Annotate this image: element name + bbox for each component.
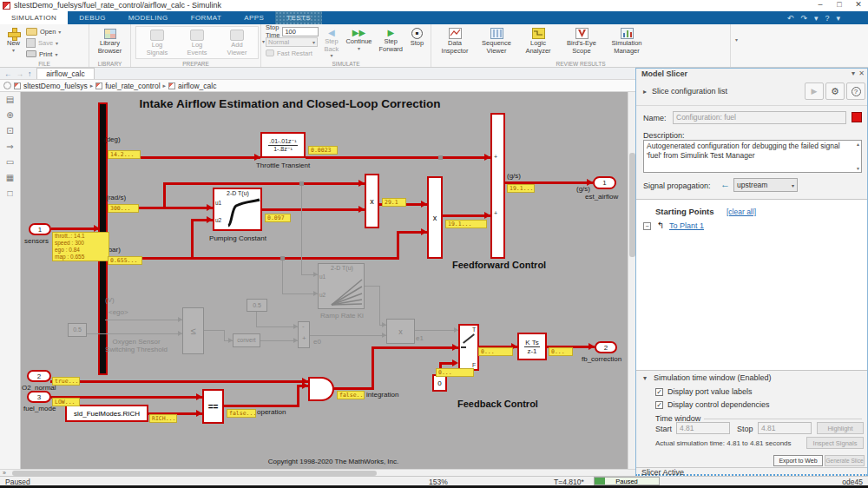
- log-signals-button[interactable]: Log Signals: [141, 28, 173, 57]
- configuration-name-input[interactable]: Configuration: fuel: [673, 111, 846, 124]
- tab-debug[interactable]: DEBUG: [68, 11, 116, 24]
- switch-block[interactable]: T F: [458, 324, 479, 371]
- stop-time-input[interactable]: 4.81: [758, 422, 812, 434]
- document-tab[interactable]: airflow_calc: [36, 68, 94, 79]
- help-button[interactable]: ?: [846, 82, 865, 100]
- highlight-button[interactable]: Highlight: [817, 422, 864, 434]
- relational-operator-block[interactable]: ≤: [182, 307, 204, 354]
- equality-block[interactable]: ==: [202, 389, 224, 424]
- scrollbar-thumb[interactable]: [629, 153, 635, 257]
- generate-slice-button[interactable]: Generate Slice: [825, 455, 865, 466]
- fit-view-icon[interactable]: ⊡: [6, 126, 13, 135]
- const-0.5-block[interactable]: 0.5: [247, 299, 267, 312]
- redo-icon[interactable]: ↷: [800, 14, 807, 23]
- zoom-icon[interactable]: ⊕: [6, 110, 13, 120]
- nav-back-icon[interactable]: ←: [4, 69, 12, 78]
- birds-eye-scope-button[interactable]: Bird's-Eye Scope: [561, 26, 602, 56]
- annotation-icon[interactable]: ▭: [6, 157, 14, 167]
- product1-block[interactable]: x: [365, 174, 379, 228]
- signal-routing-icon[interactable]: ⇒: [6, 142, 13, 151]
- scroll-down-icon[interactable]: ▼: [856, 166, 860, 171]
- description-textarea[interactable]: Autogenerated configuration for debuggin…: [643, 140, 862, 173]
- const-0-block[interactable]: 0: [432, 374, 447, 392]
- maximize-button[interactable]: □: [830, 0, 849, 9]
- convert-block[interactable]: convert: [233, 333, 260, 347]
- data-inspector-button[interactable]: Data Inspector: [436, 26, 474, 56]
- help-icon[interactable]: ?: [825, 14, 829, 23]
- save-button[interactable]: Save▾: [26, 37, 61, 48]
- close-button[interactable]: ✕: [849, 0, 868, 9]
- inspect-signals-button[interactable]: Inspect Signals: [806, 437, 864, 449]
- signal-propagation-dropdown[interactable]: upstream▾: [733, 178, 798, 192]
- display-port-values-checkbox[interactable]: ✓: [655, 388, 663, 396]
- step-forward-button[interactable]: ▶ Step Forward: [377, 26, 404, 54]
- breadcrumb-item-current[interactable]: airflow_calc: [178, 82, 216, 90]
- step-back-button[interactable]: ◀ Step Back▾: [322, 26, 340, 60]
- undo-icon[interactable]: ↶: [787, 14, 794, 23]
- slice-tool-button[interactable]: ▶: [805, 82, 824, 100]
- product2-block[interactable]: x: [427, 176, 443, 259]
- model-canvas[interactable]: Intake Airflow Estimation and Closed-Loo…: [21, 92, 628, 469]
- logic-analyzer-button[interactable]: Logic Analyzer: [519, 26, 557, 56]
- layout-dropdown-icon[interactable]: ▾: [814, 14, 819, 23]
- breadcrumb-item-mid[interactable]: fuel_rate_control: [105, 82, 160, 90]
- new-dropdown-caret[interactable]: ▾: [12, 48, 15, 54]
- open-button[interactable]: Open▾: [26, 26, 61, 36]
- minimize-button[interactable]: –: [811, 0, 830, 9]
- sequence-viewer-button[interactable]: Sequence Viewer: [477, 26, 516, 56]
- slice-configuration-list-label[interactable]: Slice configuration list: [652, 87, 727, 96]
- display-control-deps-checkbox[interactable]: ✓: [655, 401, 663, 409]
- continue-button[interactable]: ▶▶ Continue▾: [344, 26, 373, 53]
- const-0.5-threshold-block[interactable]: 0.5: [68, 323, 87, 337]
- print-button[interactable]: Print▾: [26, 49, 61, 59]
- sample-time-icon[interactable]: ▦: [6, 173, 14, 182]
- scroll-more-icon[interactable]: »: [3, 470, 6, 476]
- outport-est-airflow[interactable]: 1: [593, 176, 616, 189]
- inport-fuel-mode[interactable]: 3: [27, 391, 51, 403]
- pumping-constant-block[interactable]: 2-D T(u) u1 u2: [213, 188, 262, 231]
- tab-apps[interactable]: APPS: [233, 11, 275, 24]
- search-dropdown-icon[interactable]: ▾: [836, 14, 840, 23]
- visibility-icon[interactable]: [3, 82, 11, 89]
- clear-all-link[interactable]: [clear all]: [727, 208, 756, 216]
- stop-time-input[interactable]: [282, 27, 319, 36]
- canvas-horizontal-scrollbar[interactable]: »: [0, 469, 635, 476]
- viewmark-icon[interactable]: □: [7, 188, 12, 198]
- tab-format[interactable]: FORMAT: [180, 11, 233, 24]
- discrete-integrator-block[interactable]: K Tsz-1: [517, 333, 547, 360]
- stop-button[interactable]: ■ Stop: [408, 26, 426, 49]
- breadcrumb-item-root[interactable]: sltestDemo_fuelsys: [23, 82, 88, 90]
- time-window-expander-icon[interactable]: ▾: [643, 374, 647, 382]
- hide-browser-icon[interactable]: ▤: [6, 95, 14, 104]
- library-browser-button[interactable]: Library Browser: [94, 26, 126, 56]
- feedforward-sum-block[interactable]: + +: [490, 113, 505, 259]
- sim-mode-dropdown[interactable]: Normal▾: [266, 37, 318, 47]
- ribbon-overflow-caret[interactable]: ▾: [735, 36, 738, 43]
- error-sum-block[interactable]: - +: [298, 321, 310, 348]
- sld-fuelmodes-rich-block[interactable]: sld_FuelModes.RICH: [65, 405, 148, 422]
- canvas-vertical-scrollbar[interactable]: [628, 92, 635, 469]
- slice-color-swatch[interactable]: [852, 112, 862, 122]
- tree-collapse-icon[interactable]: −: [643, 222, 651, 230]
- ramp-rate-ki-block[interactable]: 2-D T(u) u1 u2: [318, 263, 365, 309]
- tab-simulation[interactable]: SIMULATION: [0, 11, 68, 24]
- start-time-input[interactable]: 4.81: [676, 422, 730, 434]
- panel-close-icon[interactable]: ✕: [858, 69, 865, 77]
- settings-button[interactable]: ⚙: [825, 82, 845, 100]
- error-product-block[interactable]: x: [386, 319, 415, 344]
- nav-up-icon[interactable]: ↑: [28, 69, 31, 78]
- config-list-expander-icon[interactable]: ▸: [643, 88, 647, 96]
- or-gate-block[interactable]: [308, 377, 334, 401]
- new-button[interactable]: New ▾: [4, 26, 23, 55]
- scroll-up-icon[interactable]: ▲: [856, 142, 860, 147]
- add-viewer-button[interactable]: Add Viewer: [221, 28, 253, 57]
- panel-menu-icon[interactable]: ▾: [852, 69, 855, 77]
- inport-sensors[interactable]: 1: [29, 223, 51, 235]
- tab-modeling[interactable]: MODELING: [117, 11, 180, 24]
- inport-o2-normal[interactable]: 2: [27, 370, 51, 382]
- log-events-button[interactable]: Log Events: [181, 28, 213, 57]
- outport-fb-correction[interactable]: 2: [595, 341, 617, 353]
- starting-point-link[interactable]: To Plant 1: [669, 221, 704, 230]
- throttle-transient-block[interactable]: .01-.01z⁻¹1-.8z⁻¹: [260, 132, 306, 158]
- fast-restart-button[interactable]: Fast Restart: [266, 48, 319, 58]
